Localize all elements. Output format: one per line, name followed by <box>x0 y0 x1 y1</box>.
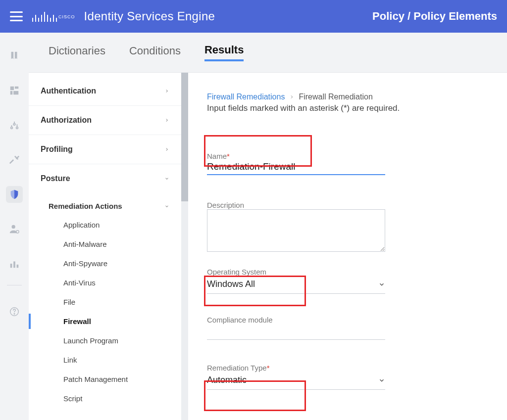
breadcrumb-parent[interactable]: Firewall Remediations <box>207 93 285 101</box>
svg-rect-1 <box>15 87 18 89</box>
main: Dictionaries Conditions Results Authenti… <box>29 33 507 420</box>
field-remtype: Remediation Type* Automatic <box>207 364 492 390</box>
description-label: Description <box>207 201 492 209</box>
cisco-logo <box>32 10 57 23</box>
os-value: Windows All <box>207 279 255 289</box>
svg-rect-9 <box>10 264 12 268</box>
field-os: Operating System Windows All <box>207 268 492 294</box>
breadcrumb-top: Policy / Policy Elements <box>372 10 497 23</box>
tab-results[interactable]: Results <box>204 44 244 61</box>
tree-label: Posture <box>41 174 70 183</box>
tree-item-script[interactable]: Script <box>29 389 181 408</box>
tree-item-anti-virus[interactable]: Anti-Virus <box>29 273 181 292</box>
compliance-label: Compliance module <box>207 316 492 324</box>
field-compliance: Compliance module <box>207 316 492 340</box>
rail-dashboard-icon[interactable] <box>6 82 23 99</box>
rail-tools-icon[interactable] <box>6 151 23 168</box>
tree-scrollbar-thumb[interactable] <box>181 73 188 201</box>
rail-divider <box>7 285 22 285</box>
chevron-down-icon <box>378 377 385 384</box>
cisco-text: CISCO <box>58 14 75 19</box>
rail-workcenter-icon[interactable] <box>6 255 23 272</box>
tree-label: Remediation Actions <box>49 202 122 210</box>
tree-item-file[interactable]: File <box>29 292 181 312</box>
tree-authentication[interactable]: Authentication <box>29 77 181 106</box>
svg-rect-3 <box>13 91 18 94</box>
rail-bookmark-icon[interactable] <box>6 47 23 64</box>
svg-rect-10 <box>13 261 15 268</box>
compliance-value <box>207 326 385 340</box>
svg-rect-11 <box>17 265 19 268</box>
remtype-label: Remediation Type* <box>207 364 492 372</box>
tree-item-firewall[interactable]: Firewall <box>29 312 181 331</box>
os-label: Operating System <box>207 268 492 276</box>
svg-point-5 <box>13 123 15 125</box>
name-label: Name* <box>207 152 492 160</box>
chevron-right-icon <box>164 147 169 152</box>
chevron-down-icon <box>164 176 169 181</box>
content: Dictionaries Conditions Results Authenti… <box>0 33 507 420</box>
required-asterisk: * <box>227 152 230 160</box>
rail-policy-icon[interactable] <box>6 186 23 203</box>
tree-item-patch-management[interactable]: Patch Management <box>29 370 181 389</box>
tree-profiling[interactable]: Profiling <box>29 135 181 164</box>
tab-conditions[interactable]: Conditions <box>129 45 181 60</box>
tree-item-anti-malware[interactable]: Anti-Malware <box>29 234 181 254</box>
tabs: Dictionaries Conditions Results <box>29 33 507 72</box>
tree-remediation-actions[interactable]: Remediation Actions <box>29 193 181 215</box>
name-input[interactable] <box>207 160 385 175</box>
svg-rect-2 <box>10 91 13 94</box>
helper-text: Input fields marked with an asterisk (*)… <box>207 103 492 113</box>
field-name: Name* <box>207 152 492 175</box>
tree: Authentication Authorization Profiling P… <box>29 73 188 408</box>
tree-label: Authentication <box>41 87 96 95</box>
tree-item-link[interactable]: Link <box>29 350 181 370</box>
nav-rail <box>0 33 29 420</box>
rail-help-icon[interactable] <box>6 303 23 320</box>
top-bar: CISCO Identity Services Engine Policy / … <box>0 0 507 33</box>
chevron-right-icon <box>164 118 169 123</box>
breadcrumb: Firewall Remediations Firewall Remediati… <box>207 93 492 101</box>
form-panel: Firewall Remediations Firewall Remediati… <box>188 72 507 420</box>
description-input[interactable] <box>207 209 385 252</box>
rail-admin-icon[interactable] <box>6 221 23 237</box>
tree-posture[interactable]: Posture <box>29 164 181 193</box>
svg-rect-0 <box>10 87 14 90</box>
columns: Authentication Authorization Profiling P… <box>29 72 507 420</box>
tree-sidebar: Authentication Authorization Profiling P… <box>29 72 188 420</box>
chevron-down-icon <box>164 204 169 209</box>
label-text: Name <box>207 152 227 160</box>
tree-item-anti-spyware[interactable]: Anti-Spyware <box>29 254 181 273</box>
chevron-right-icon <box>290 94 294 99</box>
svg-point-7 <box>12 225 15 229</box>
tree-item-application[interactable]: Application <box>29 215 181 234</box>
app-title: Identity Services Engine <box>84 9 215 23</box>
tree-authorization[interactable]: Authorization <box>29 106 181 135</box>
svg-point-4 <box>11 127 13 129</box>
tree-label: Profiling <box>41 145 73 154</box>
tree-label: Authorization <box>41 116 92 125</box>
topbar-left: CISCO Identity Services Engine <box>10 9 215 23</box>
os-select[interactable]: Windows All <box>207 277 385 294</box>
svg-point-13 <box>14 314 14 314</box>
tab-dictionaries[interactable]: Dictionaries <box>49 45 105 60</box>
breadcrumb-current: Firewall Remediation <box>299 93 372 101</box>
svg-point-6 <box>16 127 18 129</box>
remtype-value: Automatic <box>207 375 247 385</box>
rail-visibility-icon[interactable] <box>6 117 23 134</box>
remtype-select[interactable]: Automatic <box>207 373 385 390</box>
chevron-right-icon <box>164 89 169 93</box>
field-description: Description <box>207 201 492 254</box>
required-asterisk: * <box>267 364 270 372</box>
tree-item-launch-program[interactable]: Launch Program <box>29 331 181 350</box>
chevron-down-icon <box>378 281 385 288</box>
label-text: Remediation Type <box>207 364 267 372</box>
menu-icon[interactable] <box>10 11 23 21</box>
